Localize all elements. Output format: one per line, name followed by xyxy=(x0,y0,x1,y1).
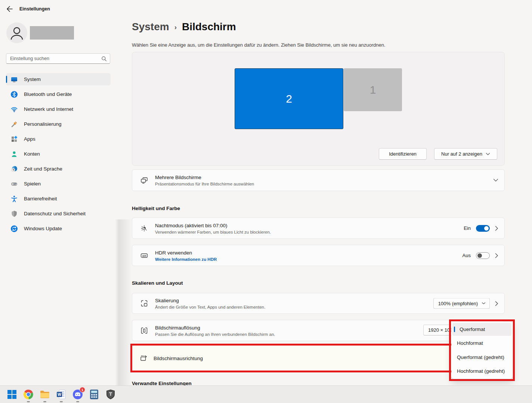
file-explorer-app[interactable] xyxy=(40,389,50,400)
sidebar-item-network[interactable]: Netzwerk und Internet xyxy=(6,103,111,115)
sidebar-item-label: Personalisierung xyxy=(24,121,62,127)
running-indicator xyxy=(76,401,79,402)
hdr-row[interactable]: HDR HDR verwenden Weitere Informationen … xyxy=(132,245,505,266)
back-button[interactable] xyxy=(5,5,13,13)
section-brightness-color: Helligkeit und Farbe xyxy=(132,206,180,211)
night-mode-toggle[interactable] xyxy=(476,225,490,232)
calculator-icon xyxy=(90,389,99,400)
running-indicator xyxy=(27,401,30,402)
show-only-label: Nur auf 2 anzeigen xyxy=(441,151,482,157)
sidebar-nav: System Bluetooth und Geräte Netzwerk und… xyxy=(6,73,111,235)
multiple-displays-title: Mehrere Bildschirme xyxy=(155,175,254,180)
sidebar-item-bluetooth[interactable]: Bluetooth und Geräte xyxy=(6,88,111,100)
sidebar-item-accounts[interactable]: Konten xyxy=(6,148,111,160)
network-icon xyxy=(10,106,18,113)
multiple-displays-row[interactable]: Mehrere Bildschirme Präsentationsmodus f… xyxy=(132,169,505,191)
sidebar-item-label: Zeit und Sprache xyxy=(24,166,62,172)
section-scale-layout: Skalieren und Layout xyxy=(132,280,183,286)
word-app[interactable]: W xyxy=(56,389,66,400)
sidebar-item-personalization[interactable]: Personalisierung xyxy=(6,118,111,130)
sidebar-item-label: Spielen xyxy=(24,181,41,187)
chrome-app[interactable] xyxy=(23,389,34,400)
display-arrangement-panel: 2 1 Identifizieren Nur auf 2 anzeigen xyxy=(132,52,505,166)
option-hochformat[interactable]: Hochformat xyxy=(452,337,511,350)
running-indicator xyxy=(60,401,63,402)
option-hochformat-gedreht[interactable]: Hochformat (gedreht) xyxy=(452,365,511,378)
chevron-right-icon[interactable] xyxy=(495,301,498,306)
person-icon xyxy=(6,22,27,43)
windows-start-icon xyxy=(7,390,17,399)
world-of-tanks-app[interactable] xyxy=(105,389,116,400)
option-label: Querformat (gedreht) xyxy=(457,354,504,360)
sidebar-item-gaming[interactable]: Spielen xyxy=(6,178,111,190)
show-only-on-2-dropdown[interactable]: Nur auf 2 anzeigen xyxy=(434,148,497,160)
bluetooth-icon xyxy=(10,91,18,98)
sidebar-item-privacy[interactable]: Datenschutz und Sicherheit xyxy=(6,207,111,220)
hdr-info-link[interactable]: Weitere Informationen zu HDR xyxy=(155,257,217,261)
sidebar-item-label: Bluetooth und Geräte xyxy=(24,91,72,97)
settings-window-header: Einstellungen xyxy=(0,0,127,18)
sidebar-item-label: Netzwerk und Internet xyxy=(24,106,73,112)
sidebar-item-apps[interactable]: Apps xyxy=(6,133,111,145)
chevron-down-icon[interactable] xyxy=(493,179,498,182)
scaling-title: Skalierung xyxy=(155,298,265,303)
option-label: Querformat xyxy=(460,327,485,332)
option-querformat[interactable]: Querformat xyxy=(452,323,511,336)
sidebar-item-label: Barrierefreiheit xyxy=(24,196,57,202)
settings-search[interactable] xyxy=(6,53,110,64)
chrome-icon xyxy=(23,389,34,400)
hdr-icon: HDR xyxy=(140,252,148,260)
time-language-icon xyxy=(10,165,18,173)
page-description: Wählen Sie eine Anzeige aus, um die Eins… xyxy=(132,42,386,48)
notification-badge: 1 xyxy=(80,387,85,393)
sidebar-item-windows-update[interactable]: Windows Update xyxy=(6,222,111,235)
monitor-2-label: 2 xyxy=(286,93,292,105)
sidebar-item-system[interactable]: System xyxy=(6,73,111,85)
sidebar-item-accessibility[interactable]: Barrierefreiheit xyxy=(6,193,111,205)
option-label: Hochformat xyxy=(457,340,483,346)
night-mode-state: Ein xyxy=(464,225,471,231)
monitor-1-label: 1 xyxy=(370,84,376,96)
gaming-icon xyxy=(10,180,18,188)
calculator-app[interactable] xyxy=(89,389,99,400)
scaling-icon xyxy=(140,299,148,307)
sidebar-item-label: System xyxy=(24,76,41,82)
chevron-down-icon xyxy=(482,302,486,305)
hdr-toggle[interactable] xyxy=(476,252,490,259)
page-title: Bildschirm xyxy=(182,21,236,33)
sidebar-item-label: Apps xyxy=(24,136,35,142)
apps-icon xyxy=(10,135,18,143)
world-of-tanks-icon xyxy=(106,389,115,400)
system-icon xyxy=(10,76,18,83)
monitor-2[interactable]: 2 xyxy=(235,68,343,129)
night-mode-icon xyxy=(140,224,148,232)
scaling-row[interactable]: Skalierung Ändert die Größe von Text, Ap… xyxy=(132,293,505,314)
night-mode-row[interactable]: Nachtmodus (aktiviert bis 07:00) Verwend… xyxy=(132,218,505,239)
option-querformat-gedreht[interactable]: Querformat (gedreht) xyxy=(452,351,511,364)
breadcrumb-separator: › xyxy=(174,23,177,31)
monitor-1[interactable]: 1 xyxy=(344,68,402,111)
identify-button[interactable]: Identifizieren xyxy=(379,148,427,160)
accessibility-icon xyxy=(10,195,18,203)
start-button[interactable] xyxy=(7,389,17,400)
avatar[interactable] xyxy=(6,22,27,43)
scaling-dropdown[interactable]: 100% (empfohlen) xyxy=(433,298,490,309)
svg-text:W: W xyxy=(58,393,61,397)
file-explorer-icon xyxy=(40,389,50,400)
chevron-right-icon[interactable] xyxy=(495,226,498,231)
privacy-icon xyxy=(10,210,18,218)
search-input[interactable] xyxy=(10,56,101,61)
svg-text:HDR: HDR xyxy=(142,254,146,257)
discord-app[interactable]: 1 xyxy=(72,389,83,400)
word-icon: W xyxy=(56,389,66,400)
orientation-icon xyxy=(140,354,148,362)
orientation-dropdown-menu: Querformat Hochformat Querformat (gedreh… xyxy=(451,322,513,379)
taskbar-apps: W 1 xyxy=(7,386,116,403)
sidebar-item-time-language[interactable]: Zeit und Sprache xyxy=(6,163,111,175)
scaling-value: 100% (empfohlen) xyxy=(438,301,478,306)
orientation-row-annotation[interactable]: Bildschirmausrichtung xyxy=(130,344,500,372)
chevron-right-icon[interactable] xyxy=(495,253,498,258)
taskbar: W 1 xyxy=(0,385,532,403)
breadcrumb-system[interactable]: System xyxy=(132,21,169,33)
identify-button-label: Identifizieren xyxy=(389,151,417,157)
